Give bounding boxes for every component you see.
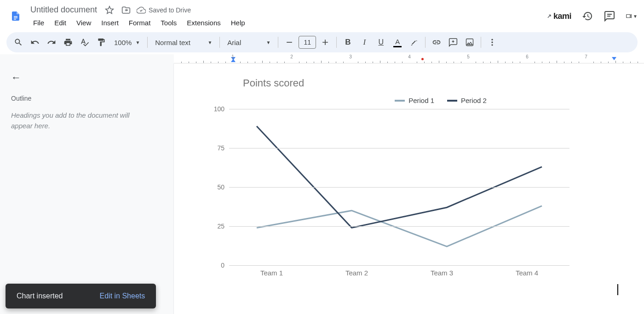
toolbar: 100%▼ Normal text▼ Arial▼ 11 B I U A: [6, 32, 638, 52]
menu-bar: File Edit View Insert Format Tools Exten…: [29, 17, 547, 29]
paint-format-icon[interactable]: [94, 35, 109, 50]
outline-heading: Outline: [11, 95, 162, 102]
y-tick-label: 50: [217, 183, 224, 191]
redo-icon[interactable]: [44, 35, 59, 50]
y-tick-label: 75: [217, 144, 224, 152]
decrease-font-size-icon[interactable]: [282, 35, 297, 50]
chart[interactable]: Period 1 Period 2 0255075100 Team 1Team …: [192, 97, 569, 290]
zoom-select[interactable]: 100%▼: [110, 39, 144, 46]
y-tick-label: 25: [217, 223, 224, 230]
svg-rect-2: [14, 19, 16, 20]
print-icon[interactable]: [61, 35, 75, 50]
right-indent-marker[interactable]: [612, 57, 616, 60]
saved-label: Saved to Drive: [149, 6, 191, 14]
kami-label: kami: [553, 11, 571, 21]
zoom-value: 100%: [114, 39, 132, 46]
x-tick-label: Team 2: [314, 269, 399, 277]
toast-action-link[interactable]: Edit in Sheets: [100, 292, 145, 300]
ruler[interactable]: 1234567: [0, 54, 644, 63]
open-external-icon: ↗: [547, 13, 552, 19]
menu-edit[interactable]: Edit: [50, 17, 71, 29]
svg-point-6: [492, 41, 493, 43]
svg-rect-0: [14, 16, 17, 17]
highlight-color-icon[interactable]: [407, 35, 421, 50]
history-icon[interactable]: [581, 10, 593, 22]
font-size-input[interactable]: 11: [299, 36, 316, 49]
kami-extension[interactable]: ↗kami: [547, 11, 571, 21]
outline-panel: ← Outline Headings you add to the docume…: [0, 63, 174, 314]
spellcheck-icon[interactable]: [77, 35, 92, 50]
increase-font-size-icon[interactable]: [318, 35, 333, 50]
legend-item-period2: Period 2: [447, 97, 487, 104]
menu-extensions[interactable]: Extensions: [182, 17, 225, 29]
svg-point-5: [492, 39, 493, 40]
outline-hint: Headings you add to the document will ap…: [11, 110, 149, 131]
chart-plot-area: 0255075100: [211, 109, 569, 265]
collapse-outline-icon[interactable]: ←: [11, 72, 162, 84]
chart-title: Points scored: [243, 77, 626, 89]
menu-view[interactable]: View: [72, 17, 96, 29]
dropdown-caret-icon: ▼: [207, 40, 212, 45]
cloud-status[interactable]: Saved to Drive: [137, 6, 191, 15]
docs-logo-icon[interactable]: [6, 7, 25, 25]
more-options-icon[interactable]: [485, 35, 500, 50]
font-select[interactable]: Arial▼: [224, 39, 274, 46]
add-comment-icon[interactable]: [446, 35, 460, 50]
font-value: Arial: [227, 39, 241, 46]
star-icon[interactable]: [104, 4, 115, 16]
comment-icon[interactable]: [604, 10, 615, 22]
insert-image-icon[interactable]: [462, 35, 477, 50]
y-tick-label: 0: [221, 262, 224, 269]
svg-rect-1: [14, 17, 17, 18]
dropdown-caret-icon: ▼: [633, 14, 638, 19]
dropdown-caret-icon: ▼: [135, 40, 140, 45]
dropdown-caret-icon: ▼: [266, 40, 270, 45]
menu-file[interactable]: File: [29, 17, 49, 29]
underline-icon[interactable]: U: [374, 35, 388, 50]
left-indent-marker[interactable]: [231, 59, 236, 62]
menu-insert[interactable]: Insert: [97, 17, 123, 29]
style-value: Normal text: [155, 39, 190, 46]
chart-x-labels: Team 1Team 2Team 3Team 4: [229, 269, 569, 277]
x-tick-label: Team 4: [484, 269, 569, 277]
text-color-icon[interactable]: A: [390, 35, 405, 50]
paragraph-style-select[interactable]: Normal text▼: [151, 39, 216, 46]
x-tick-label: Team 3: [399, 269, 484, 277]
x-tick-label: Team 1: [229, 269, 314, 277]
move-icon[interactable]: [120, 4, 132, 16]
video-call-icon[interactable]: ▼: [626, 10, 638, 22]
toast-notification: Chart inserted Edit in Sheets: [6, 284, 156, 308]
menu-tools[interactable]: Tools: [156, 17, 181, 29]
text-cursor: [617, 284, 618, 295]
app-header: Untitled document Saved to Drive File Ed…: [0, 0, 644, 29]
legend-item-period1: Period 1: [395, 97, 434, 104]
menu-help[interactable]: Help: [226, 17, 250, 29]
menu-format[interactable]: Format: [124, 17, 155, 29]
undo-icon[interactable]: [28, 35, 42, 50]
bold-icon[interactable]: B: [340, 35, 355, 50]
toast-message: Chart inserted: [17, 292, 63, 300]
chart-legend: Period 1 Period 2: [312, 97, 569, 104]
document-page[interactable]: Points scored Period 1 Period 2 02550751…: [174, 63, 644, 314]
cloud-done-icon: [137, 6, 146, 15]
italic-icon[interactable]: I: [357, 35, 372, 50]
svg-point-7: [492, 44, 493, 46]
y-tick-label: 100: [214, 105, 224, 113]
insert-link-icon[interactable]: [429, 35, 444, 50]
search-icon[interactable]: [11, 35, 26, 50]
tab-stop-marker[interactable]: [421, 58, 424, 60]
doc-title[interactable]: Untitled document: [29, 4, 99, 16]
